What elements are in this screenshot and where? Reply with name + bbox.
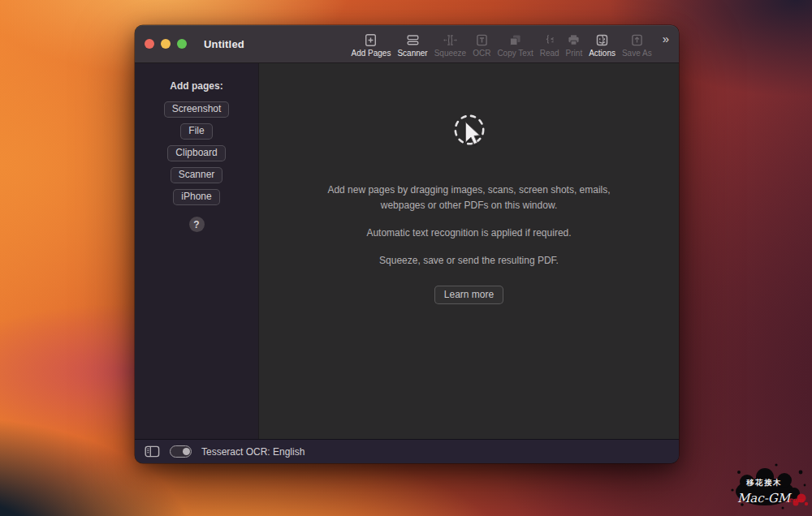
statusbar: Tesseract OCR: English [135,439,679,463]
traffic-lights [145,39,187,49]
ocr-toggle[interactable] [170,445,192,458]
actions-finder-icon [595,32,609,48]
toolbar: Add Pages Scanner Squeeze OCR [350,31,669,58]
cursor-arrow-icon [464,121,483,157]
toolbar-item-scanner[interactable]: Scanner [396,31,428,58]
add-clipboard-button[interactable]: Clipboard [167,145,225,161]
squeeze-info-text: Squeeze, save or send the resulting PDF. [379,253,559,269]
toolbar-item-read[interactable]: Read [539,31,560,58]
printer-icon [567,32,581,48]
intro-text: Add new pages by dragging images, scans,… [318,183,620,213]
zoom-button[interactable] [177,39,187,49]
toolbar-item-ocr[interactable]: OCR [472,31,491,58]
watermark-chinese-text: 移花接木 [745,478,782,487]
minimize-button[interactable] [161,39,171,49]
copy-text-icon [508,32,522,48]
toolbar-item-print[interactable]: Print [565,31,584,58]
add-file-button[interactable]: File [180,123,212,140]
toolbar-item-actions[interactable]: Actions [588,31,616,58]
watermark-tld-text: .com [786,496,804,504]
add-iphone-button[interactable]: iPhone [173,189,219,205]
close-button[interactable] [145,39,154,49]
save-as-icon [630,32,644,48]
help-button[interactable]: ? [189,217,205,232]
sidebar: Add pages: Screenshot File Clipboard Sca… [135,63,258,439]
toolbar-item-save-as[interactable]: Save As [621,31,653,58]
watermark-logo: 移花接木 Mac-GM .com [726,458,810,514]
learn-more-button[interactable]: Learn more [434,286,503,304]
toolbar-overflow-button[interactable]: » [663,32,669,56]
toggle-knob [183,448,190,455]
ocr-info-text: Automatic text recognition is applied if… [366,226,571,241]
app-window: Untitled Add Pages Scanner Squeeze [135,25,679,463]
sidebar-toggle-button[interactable] [145,445,160,458]
scanner-icon [406,32,420,48]
desktop: { "window": { "title": "Untitled", "traf… [0,0,812,516]
toolbar-item-copy-text[interactable]: Copy Text [496,31,533,58]
add-pages-icon [364,32,378,48]
squeeze-icon [443,32,457,48]
ocr-status-label: Tesseract OCR: English [201,446,304,458]
watermark-brand-text: Mac-GM [737,491,793,505]
drop-hint-graphic [453,114,486,146]
sidebar-heading: Add pages: [170,80,222,92]
ocr-icon [475,32,489,48]
drop-area[interactable]: Add new pages by dragging images, scans,… [258,63,679,439]
add-scanner-button[interactable]: Scanner [171,167,223,183]
add-screenshot-button[interactable]: Screenshot [164,101,230,118]
toolbar-item-add-pages[interactable]: Add Pages [350,31,391,58]
titlebar[interactable]: Untitled Add Pages Scanner Squeeze [135,25,679,63]
toolbar-item-squeeze[interactable]: Squeeze [434,31,467,58]
read-aloud-icon [542,32,556,48]
window-title: Untitled [204,38,244,50]
sidebar-panel-icon [145,445,160,458]
